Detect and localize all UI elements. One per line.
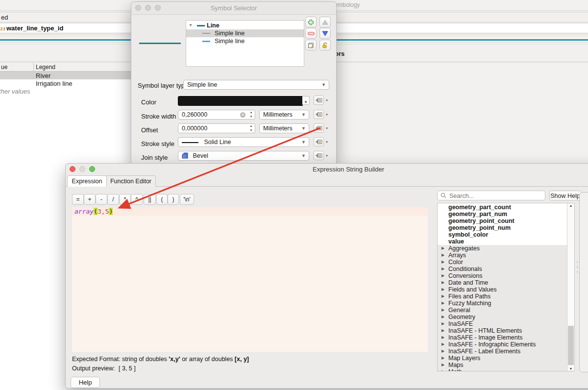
chevron-right-icon[interactable]: ▶ [441, 355, 444, 362]
function-item[interactable]: geometry_part_num [438, 211, 567, 218]
chevron-right-icon[interactable]: ▶ [441, 341, 444, 348]
function-item[interactable]: symbol_color [438, 231, 567, 238]
join-style-data-defined-override-button[interactable] [314, 151, 324, 160]
move-down-button[interactable] [319, 28, 331, 39]
chevron-right-icon[interactable]: ▶ [441, 320, 444, 327]
offset-stepper[interactable]: ▲▼ [247, 123, 255, 133]
color-data-defined-override-button[interactable] [314, 96, 324, 105]
chevron-down-icon[interactable]: ▼ [189, 22, 193, 29]
function-item[interactable]: value [438, 238, 567, 245]
function-item[interactable]: geometry_point_num [438, 224, 567, 231]
table-row[interactable]: all other values [0, 87, 132, 95]
function-group[interactable]: ▶Map Layers [438, 355, 567, 362]
symbol-layer-tree[interactable]: ▼ Line Simple line Simple line [186, 20, 304, 67]
column-legend[interactable]: Legend [36, 64, 55, 71]
stroke-width-input[interactable]: 0,260000 ✕ [178, 110, 248, 120]
function-group[interactable]: ▶Maps [438, 362, 567, 368]
function-group[interactable]: ▶Fields and Values [438, 286, 567, 293]
function-group[interactable]: ▶Math [438, 368, 567, 371]
move-up-button[interactable] [319, 17, 331, 27]
tab-expression[interactable]: Expression [67, 175, 107, 187]
function-group[interactable]: ▶Conditionals [438, 266, 567, 272]
function-group[interactable]: ▶Date and Time [438, 279, 567, 286]
operator-newline-button[interactable]: '\n' [180, 194, 194, 205]
function-group[interactable]: ▶InaSAFE - Infographic Elements [438, 341, 567, 348]
join-style-dropdown[interactable]: Bevel ▼ [178, 151, 309, 161]
override-menu-caret[interactable]: ▼ [325, 99, 328, 102]
operator-plus-button[interactable]: + [84, 194, 96, 205]
chevron-right-icon[interactable]: ▶ [441, 259, 444, 266]
scroll-up-arrow[interactable]: ▲ [567, 204, 574, 207]
function-list-scrollbar[interactable]: ▲ ▼ [567, 203, 574, 371]
operator-equals-button[interactable]: = [72, 194, 84, 205]
chevron-right-icon[interactable]: ▶ [441, 314, 444, 320]
chevron-right-icon[interactable]: ▶ [441, 245, 444, 252]
tree-item-line[interactable]: ▼ Line [186, 22, 304, 29]
expression-text[interactable]: array(3,5) [74, 208, 113, 215]
table-row[interactable]: Irrigation line [0, 79, 132, 87]
function-group[interactable]: ▶Arrays [438, 252, 567, 259]
chevron-right-icon[interactable]: ▶ [441, 286, 444, 293]
chevron-right-icon[interactable]: ▶ [441, 362, 444, 368]
function-group[interactable]: ▶InaSAFE - Image Elements [438, 334, 567, 341]
splitter-handle[interactable] [576, 262, 578, 272]
tab-function-editor[interactable]: Function Editor [106, 175, 156, 187]
override-menu-caret[interactable]: ▼ [325, 154, 328, 157]
function-group[interactable]: ▶Fuzzy Matching [438, 300, 567, 307]
chevron-right-icon[interactable]: ▶ [441, 293, 444, 300]
function-group[interactable]: ▶InaSAFE - HTML Elements [438, 327, 567, 334]
expression-editor[interactable]: array(3,5) [72, 207, 428, 352]
offset-data-defined-override-button[interactable] [314, 123, 324, 133]
search-input[interactable] [448, 191, 543, 201]
chevron-right-icon[interactable]: ▶ [441, 334, 444, 341]
function-group[interactable]: ▶Conversions [438, 272, 567, 279]
clear-icon[interactable]: ✕ [240, 112, 245, 118]
scroll-down-arrow[interactable]: ▼ [567, 367, 574, 370]
chevron-right-icon[interactable]: ▶ [441, 300, 444, 307]
chevron-right-icon[interactable]: ▶ [441, 279, 444, 286]
operator-close-paren-button[interactable]: ) [168, 194, 179, 205]
operator-open-paren-button[interactable]: ( [156, 194, 168, 205]
tree-item-simple-line-1[interactable]: Simple line [186, 29, 304, 37]
function-group[interactable]: ▶Aggregates [438, 245, 567, 252]
function-group[interactable]: ▶InaSAFE - Label Elements [438, 348, 567, 355]
operator-multiply-button[interactable]: * [119, 194, 131, 205]
symbol-selector-titlebar[interactable]: Symbol Selector [131, 2, 336, 15]
chevron-right-icon[interactable]: ▶ [441, 252, 444, 259]
override-menu-caret[interactable]: ▼ [325, 141, 328, 144]
function-item[interactable]: geometry_part_count [438, 204, 567, 211]
show-help-button[interactable]: Show Help [549, 191, 581, 200]
chevron-right-icon[interactable]: ▶ [441, 272, 444, 279]
stroke-width-data-defined-override-button[interactable] [314, 110, 324, 119]
column-value[interactable]: ue [1, 64, 7, 71]
function-list[interactable]: geometry_part_count geometry_part_num ge… [437, 203, 575, 371]
function-item[interactable]: geometry_point_count [438, 218, 567, 224]
chevron-right-icon[interactable]: ▶ [441, 307, 444, 314]
layer-type-dropdown[interactable]: Simple line ▼ [183, 80, 329, 90]
help-button[interactable]: Help [71, 377, 100, 388]
override-menu-caret[interactable]: ▼ [325, 127, 328, 130]
function-group[interactable]: ▶Color [438, 259, 567, 266]
operator-concat-button[interactable]: || [144, 194, 156, 205]
override-menu-caret[interactable]: ▼ [325, 113, 328, 116]
color-swatch-button[interactable] [178, 96, 303, 106]
function-group[interactable]: ▶Files and Paths [438, 293, 567, 300]
stroke-width-stepper[interactable]: ▲▼ [247, 110, 255, 120]
table-row[interactable]: River [0, 72, 132, 79]
function-group[interactable]: ▶General [438, 307, 567, 314]
color-dropdown-button[interactable]: ▼ [302, 96, 310, 105]
stroke-width-unit-dropdown[interactable]: Millimeters ▼ [259, 110, 309, 120]
chevron-right-icon[interactable]: ▶ [441, 368, 444, 371]
lock-button[interactable] [319, 40, 331, 50]
tree-item-simple-line-2[interactable]: Simple line [186, 37, 304, 45]
add-symbol-layer-button[interactable] [305, 17, 317, 27]
chevron-right-icon[interactable]: ▶ [441, 266, 444, 272]
chevron-right-icon[interactable]: ▶ [441, 327, 444, 334]
function-group[interactable]: ▶InaSAFE [438, 320, 567, 327]
operator-minus-button[interactable]: - [96, 194, 107, 205]
stroke-style-data-defined-override-button[interactable] [314, 137, 324, 146]
stroke-style-dropdown[interactable]: Solid Line ▼ [178, 137, 309, 147]
offset-unit-dropdown[interactable]: Millimeters ▼ [259, 123, 309, 133]
function-group[interactable]: ▶Geometry [438, 314, 567, 320]
chevron-right-icon[interactable]: ▶ [441, 348, 444, 355]
